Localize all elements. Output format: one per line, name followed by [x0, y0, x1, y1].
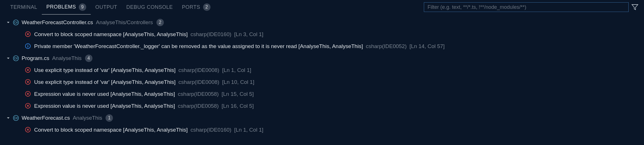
- filter-icon[interactable]: [631, 4, 638, 11]
- problem-row[interactable]: Expression value is never used [AnalyseT…: [0, 100, 644, 112]
- problems-tree: C#WeatherForecastController.csAnalyseThi…: [0, 14, 644, 139]
- problem-message: Use explicit type instead of 'var' [Anal…: [34, 67, 176, 73]
- problem-row[interactable]: Convert to block scoped namespace [Analy…: [0, 28, 644, 40]
- tab-ports[interactable]: PORTS 2: [177, 2, 215, 14]
- problem-row[interactable]: Convert to block scoped namespace [Analy…: [0, 124, 644, 136]
- problem-source: csharp(IDE0052): [366, 43, 407, 49]
- csharp-file-icon: C#: [13, 115, 19, 121]
- problem-source: csharp(IDE0058): [178, 91, 219, 97]
- problem-location: [Ln 10, Col 1]: [222, 79, 254, 85]
- problem-row[interactable]: Expression value is never used [AnalyseT…: [0, 88, 644, 100]
- chevron-down-icon[interactable]: [6, 56, 11, 61]
- error-icon: [25, 127, 31, 133]
- tab-output[interactable]: OUTPUT: [91, 3, 122, 14]
- tab-label: OUTPUT: [95, 4, 117, 10]
- problem-row[interactable]: Use explicit type instead of 'var' [Anal…: [0, 76, 644, 88]
- problem-message: Expression value is never used [AnalyseT…: [34, 103, 175, 109]
- svg-text:C#: C#: [14, 117, 18, 120]
- problem-source: csharp(IDE0160): [191, 31, 232, 38]
- error-icon: [25, 91, 31, 97]
- problem-message: Private member 'WeatherForecastControlle…: [34, 43, 363, 49]
- tab-label: TERMINAL: [10, 4, 37, 10]
- problem-row[interactable]: Private member 'WeatherForecastControlle…: [0, 40, 644, 52]
- ports-count-badge: 2: [203, 3, 210, 11]
- panel-tabs: TERMINAL PROBLEMS 9 OUTPUT DEBUG CONSOLE…: [0, 0, 644, 14]
- problem-message: Expression value is never used [AnalyseT…: [34, 91, 175, 97]
- tab-problems[interactable]: PROBLEMS 9: [42, 2, 91, 14]
- problem-location: [Ln 3, Col 1]: [234, 31, 263, 38]
- problem-source: csharp(IDE0058): [178, 103, 219, 109]
- problem-source: csharp(IDE0008): [178, 67, 219, 73]
- file-path: AnalyseThis: [73, 115, 102, 121]
- problem-location: [Ln 14, Col 57]: [410, 43, 445, 49]
- problem-location: [Ln 1, Col 1]: [222, 67, 251, 73]
- problem-source: csharp(IDE0160): [191, 127, 232, 133]
- file-name: WeatherForecast.cs: [22, 115, 70, 121]
- error-icon: [25, 103, 31, 109]
- tab-label: PORTS: [182, 4, 200, 10]
- problem-message: Use explicit type instead of 'var' [Anal…: [34, 79, 176, 85]
- svg-point-4: [28, 45, 28, 45]
- error-icon: [25, 31, 31, 38]
- tab-debug-console[interactable]: DEBUG CONSOLE: [122, 3, 177, 14]
- csharp-file-icon: C#: [13, 55, 19, 62]
- file-row[interactable]: C#WeatherForecast.csAnalyseThis1: [0, 112, 644, 124]
- csharp-file-icon: C#: [13, 19, 19, 26]
- tab-label: PROBLEMS: [46, 4, 76, 10]
- problem-location: [Ln 15, Col 5]: [222, 91, 254, 97]
- file-problem-count-badge: 2: [156, 19, 164, 26]
- problem-row[interactable]: Use explicit type instead of 'var' [Anal…: [0, 64, 644, 76]
- file-problem-count-badge: 1: [106, 114, 113, 122]
- chevron-down-icon[interactable]: [6, 20, 11, 25]
- file-problem-count-badge: 4: [85, 55, 92, 62]
- filter-input[interactable]: [424, 2, 629, 12]
- file-name: WeatherForecastController.cs: [22, 19, 93, 26]
- problem-message: Convert to block scoped namespace [Analy…: [34, 31, 188, 38]
- problem-message: Convert to block scoped namespace [Analy…: [34, 127, 188, 133]
- error-icon: [25, 79, 31, 85]
- problem-source: csharp(IDE0008): [178, 79, 219, 85]
- file-name: Program.cs: [22, 55, 49, 61]
- filter-box: [424, 2, 638, 12]
- svg-text:C#: C#: [14, 57, 18, 60]
- tab-label: DEBUG CONSOLE: [126, 4, 173, 10]
- info-icon: [25, 43, 31, 49]
- file-row[interactable]: C#Program.csAnalyseThis4: [0, 52, 644, 64]
- problem-location: [Ln 16, Col 5]: [222, 103, 254, 109]
- svg-rect-5: [28, 46, 28, 47]
- error-icon: [25, 67, 31, 73]
- chevron-down-icon[interactable]: [6, 115, 11, 121]
- file-path: AnalyseThis: [52, 55, 82, 61]
- file-row[interactable]: C#WeatherForecastController.csAnalyseThi…: [0, 16, 644, 28]
- file-path: AnalyseThis/Controllers: [96, 19, 153, 26]
- problem-location: [Ln 1, Col 1]: [234, 127, 263, 133]
- svg-text:C#: C#: [14, 21, 18, 24]
- problems-count-badge: 9: [79, 3, 86, 11]
- tab-terminal[interactable]: TERMINAL: [6, 3, 42, 14]
